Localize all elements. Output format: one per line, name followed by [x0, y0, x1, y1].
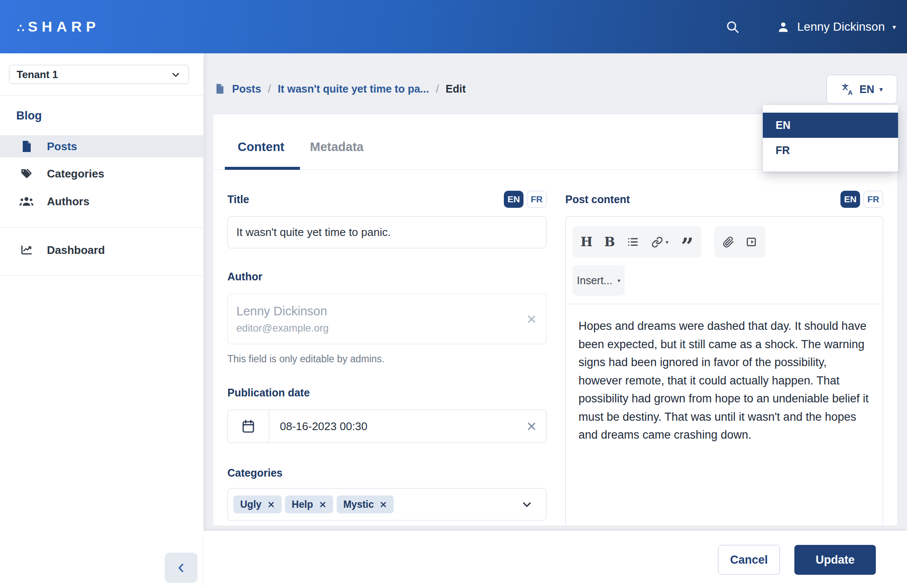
blockquote-icon: ”	[681, 242, 694, 251]
language-option-en[interactable]: EN	[763, 113, 898, 138]
update-button[interactable]: Update	[794, 545, 876, 575]
sidebar-item-label: Categories	[47, 167, 104, 180]
publication-date-clear-button[interactable]	[526, 421, 537, 431]
users-icon	[19, 195, 34, 208]
author-clear-button[interactable]	[526, 314, 537, 324]
title-input[interactable]	[227, 216, 547, 248]
rich-text-editor: H B	[565, 216, 883, 526]
form-footer: Cancel Update	[203, 530, 907, 588]
sidebar-item-label: Posts	[47, 140, 77, 153]
bold-button[interactable]: B	[598, 226, 621, 258]
app: ∴ SHARP Lenny Dickinson ▾	[0, 0, 907, 588]
caret-down-icon: ▾	[617, 277, 620, 284]
svg-text:A: A	[848, 89, 852, 96]
post-content-textarea[interactable]: Hopes and dreams were dashed that day. I…	[566, 304, 883, 444]
user-icon	[777, 20, 790, 33]
language-selector-button[interactable]: A EN ▾	[826, 75, 897, 104]
chevron-left-icon	[175, 562, 187, 574]
edit-form-card: Content Metadata Title EN FR Author Lenn…	[213, 114, 897, 526]
author-name: Lenny Dickinson	[236, 304, 546, 318]
breadcrumb-separator: /	[436, 83, 439, 95]
language-option-fr[interactable]: FR	[763, 138, 898, 163]
category-tag-label: Ugly	[240, 499, 262, 510]
footer-actions: Cancel Update	[718, 545, 876, 575]
title-label-row: Title EN FR	[227, 189, 547, 209]
brand-logo: ∴ SHARP	[17, 18, 100, 35]
sidebar-item-dashboard[interactable]: Dashboard	[0, 239, 203, 261]
blockquote-button[interactable]: ”	[676, 226, 699, 258]
category-tag: Mystic	[337, 495, 394, 513]
language-selector-value: EN	[860, 83, 875, 96]
title-label: Title	[227, 193, 249, 206]
cancel-button[interactable]: Cancel	[718, 545, 780, 575]
category-tag-remove-icon[interactable]	[380, 501, 387, 508]
link-button[interactable]: ▾	[644, 226, 676, 258]
category-tag-remove-icon[interactable]	[319, 501, 326, 508]
header-right: Lenny Dickinson ▾	[723, 17, 896, 36]
post-content-locale-toggle: EN FR	[840, 191, 883, 208]
chevron-down-icon	[520, 498, 533, 511]
insert-label: Insert...	[577, 274, 612, 287]
toolbar-row: H B	[573, 226, 876, 258]
post-content-label-row: Post content EN FR	[565, 189, 883, 209]
tenant-selector-value: Tenant 1	[17, 69, 58, 81]
publication-date-label: Publication date	[227, 387, 310, 399]
breadcrumb: Posts / It wasn't quite yet time to pa..…	[214, 78, 466, 100]
therefore-icon: ∴	[17, 21, 24, 35]
post-content-locale-en[interactable]: EN	[840, 191, 860, 208]
divider	[0, 227, 203, 228]
publication-date-input[interactable]	[269, 419, 546, 434]
post-content-locale-fr[interactable]: FR	[863, 191, 883, 208]
sidebar-item-label: Dashboard	[47, 244, 105, 257]
insert-dropdown-button[interactable]: Insert... ▾	[573, 265, 625, 296]
editor-toolbar: H B	[566, 217, 883, 304]
caret-down-icon: ▾	[666, 239, 669, 245]
bullet-list-button[interactable]	[621, 226, 644, 258]
form-right-column: Post content EN FR H	[565, 114, 883, 526]
sidebar-collapse-button[interactable]	[165, 553, 198, 583]
author-email: editor@example.org	[236, 322, 546, 334]
divider	[0, 275, 203, 276]
category-tag-label: Help	[292, 499, 313, 510]
search-button[interactable]	[723, 17, 742, 36]
link-icon	[651, 236, 663, 248]
category-tag-remove-icon[interactable]	[267, 501, 275, 508]
categories-select[interactable]: Ugly Help Mystic	[227, 488, 547, 521]
main-area: Posts / It wasn't quite yet time to pa..…	[203, 53, 907, 588]
paperclip-icon	[723, 236, 734, 248]
sidebar-item-authors[interactable]: Authors	[0, 190, 203, 212]
heading-icon: H	[581, 236, 593, 248]
title-locale-en[interactable]: EN	[504, 191, 523, 208]
user-menu[interactable]: Lenny Dickinson ▾	[777, 20, 896, 34]
top-bar: ∴ SHARP Lenny Dickinson ▾	[0, 0, 907, 53]
brand-name: SHARP	[28, 18, 100, 35]
breadcrumb-posts-link[interactable]: Posts	[232, 83, 261, 95]
author-help-text: This field is only editable by admins.	[227, 353, 384, 365]
breadcrumb-current-page: Edit	[446, 83, 466, 95]
category-tag: Ugly	[233, 495, 282, 513]
heading-button[interactable]: H	[575, 226, 598, 258]
attachment-button[interactable]	[717, 226, 740, 258]
breadcrumb-separator: /	[268, 83, 271, 95]
embed-video-button[interactable]	[740, 226, 763, 258]
categories-label: Categories	[227, 467, 282, 479]
chevron-down-icon: ▾	[892, 24, 896, 31]
breadcrumb-post-link[interactable]: It wasn't quite yet time to pa...	[278, 83, 429, 95]
title-locale-fr[interactable]: FR	[527, 191, 547, 208]
category-tag-label: Mystic	[343, 499, 374, 510]
tags-icon	[19, 167, 34, 180]
sidebar-item-categories[interactable]: Categories	[0, 163, 203, 185]
tenant-selector[interactable]: Tenant 1	[9, 65, 189, 84]
bold-icon: B	[604, 236, 615, 248]
sidebar: Tenant 1 Blog Posts Categories	[0, 53, 203, 588]
author-label: Author	[227, 271, 262, 283]
divider	[0, 95, 203, 96]
caret-down-icon: ▾	[879, 86, 883, 93]
calendar-icon[interactable]	[228, 410, 269, 442]
sidebar-item-posts[interactable]: Posts	[0, 135, 203, 157]
translate-icon: A	[841, 82, 855, 96]
language-dropdown-menu: EN FR	[763, 105, 898, 172]
post-content-label: Post content	[565, 193, 630, 206]
author-field: Lenny Dickinson editor@example.org	[227, 294, 547, 344]
sidebar-item-label: Authors	[47, 195, 90, 208]
